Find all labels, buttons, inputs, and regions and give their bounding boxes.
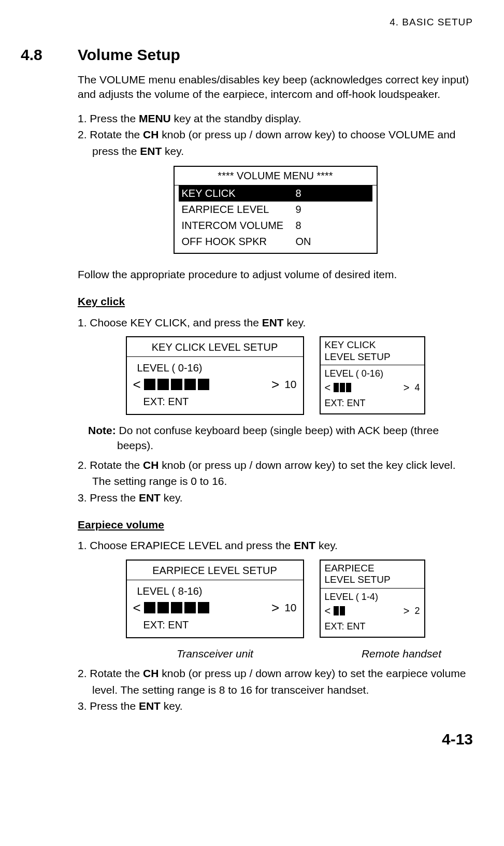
- section-title-text: Volume Setup: [78, 46, 180, 63]
- earpiece-heading: Earpiece volume: [78, 518, 473, 532]
- less-than-icon: <: [325, 382, 331, 393]
- menu-row-intercom: INTERCOM VOLUME 8: [175, 218, 377, 234]
- keyclick-step-1: 1. Choose KEY CLICK, and press the ENT k…: [78, 316, 473, 330]
- less-than-icon: <: [325, 606, 331, 616]
- menu-row-key-click: KEY CLICK 8: [179, 185, 372, 202]
- level-bars: [144, 602, 209, 613]
- intro-paragraph: The VOLUME menu enables/disables key bee…: [78, 73, 473, 102]
- earpiece-panel-transceiver: EARPIECE LEVEL SETUP LEVEL ( 8-16) < > 1…: [126, 560, 304, 638]
- earpiece-panels-row: EARPIECE LEVEL SETUP LEVEL ( 8-16) < > 1…: [78, 560, 473, 638]
- intro-step-1: 1. Press the MENU key at the standby dis…: [78, 111, 473, 126]
- keyclick-heading: Key click: [78, 294, 473, 309]
- earpiece-step-3: 3. Press the ENT key.: [78, 699, 473, 713]
- section-number: 4.8: [21, 45, 78, 66]
- earpiece-step-1: 1. Choose ERAPIECE LEVEL and press the E…: [78, 538, 473, 553]
- level-bars: [334, 606, 345, 615]
- keyclick-step-2: 2. Rotate the CH knob (or press up / dow…: [78, 458, 473, 472]
- volume-menu-title: **** VOLUME MENU ****: [175, 167, 377, 185]
- less-than-icon: <: [133, 601, 141, 614]
- greater-than-icon: >: [271, 601, 279, 614]
- running-head: 4. BASIC SETUP: [21, 16, 473, 29]
- keyclick-note: Note: Do not confuse keyboard beep (sing…: [88, 423, 473, 438]
- menu-row-earpiece: EARPIECE LEVEL 9: [175, 202, 377, 218]
- caption-remote: Remote handset: [337, 647, 466, 661]
- volume-menu-figure: **** VOLUME MENU **** KEY CLICK 8 EARPIE…: [174, 166, 378, 254]
- intro-step-2: 2. Rotate the CH knob (or press up / dow…: [78, 127, 473, 142]
- level-bars: [144, 379, 209, 390]
- greater-than-icon: >: [404, 606, 410, 616]
- level-bars: [334, 383, 351, 392]
- keyclick-step-2-cont: The setting range is 0 to 16.: [92, 474, 473, 489]
- earpiece-captions: Transceiver unit Remote handset: [78, 647, 473, 661]
- greater-than-icon: >: [404, 382, 410, 393]
- greater-than-icon: >: [271, 378, 279, 391]
- menu-row-offhook: OFF HOOK SPKR ON: [175, 234, 377, 250]
- intro-step-2-cont: press the ENT key.: [92, 144, 473, 159]
- keyclick-note-cont: beeps).: [117, 438, 473, 453]
- earpiece-panel-remote: EARPIECE LEVEL SETUP LEVEL ( 1-4) < > 2 …: [320, 560, 425, 638]
- keyclick-panels-row: KEY CLICK LEVEL SETUP LEVEL ( 0-16) < > …: [78, 336, 473, 415]
- keyclick-step-3: 3. Press the ENT key.: [78, 491, 473, 505]
- section-heading: 4.8Volume Setup: [21, 45, 473, 66]
- earpiece-step-2-cont: level. The setting range is 8 to 16 for …: [92, 683, 473, 697]
- earpiece-step-2: 2. Rotate the CH knob (or press up / dow…: [78, 666, 473, 681]
- keyclick-panel-transceiver: KEY CLICK LEVEL SETUP LEVEL ( 0-16) < > …: [126, 336, 304, 415]
- caption-transceiver: Transceiver unit: [119, 647, 311, 661]
- keyclick-panel-remote: KEY CLICK LEVEL SETUP LEVEL ( 0-16) < > …: [320, 336, 425, 414]
- less-than-icon: <: [133, 378, 141, 391]
- page-number: 4-13: [21, 729, 473, 750]
- follow-text: Follow the appropriate procedure to adju…: [78, 267, 473, 282]
